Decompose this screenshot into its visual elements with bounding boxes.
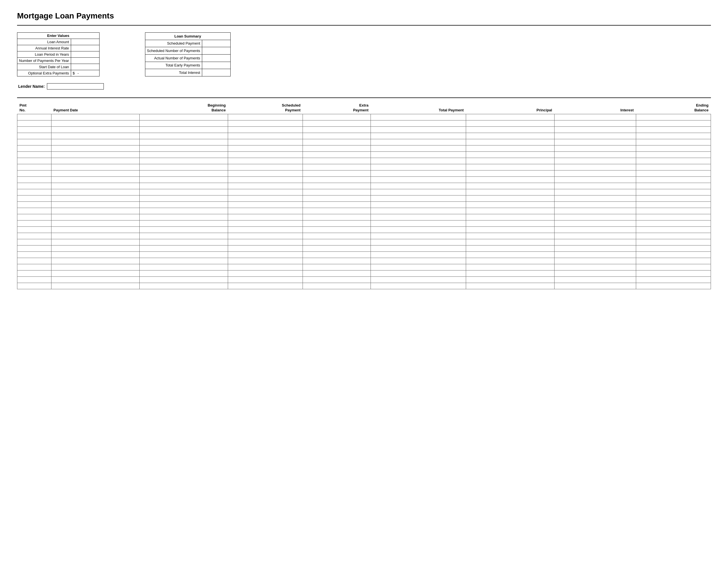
table-cell [51, 277, 140, 283]
table-cell [228, 133, 303, 139]
table-cell [51, 202, 140, 208]
total-early-payments-value[interactable] [202, 62, 230, 69]
table-cell [228, 277, 303, 283]
table-cell [228, 214, 303, 220]
table-row [17, 164, 711, 170]
table-cell [17, 120, 51, 127]
table-cell [51, 145, 140, 152]
amortization-table: PmtNo. Payment Date BeginningBalance Sch… [17, 103, 711, 289]
table-cell [554, 152, 636, 158]
table-row [17, 120, 711, 127]
extra-payments-label: Optional Extra Payments [17, 70, 71, 76]
table-cell [371, 233, 466, 239]
scheduled-payment-value[interactable] [202, 40, 230, 47]
table-row [17, 239, 711, 245]
table-cell [303, 164, 371, 170]
table-cell [140, 220, 228, 227]
lender-name-label: Lender Name: [18, 84, 45, 89]
table-cell [554, 239, 636, 245]
table-cell [303, 183, 371, 189]
table-cell [371, 152, 466, 158]
table-cell [51, 177, 140, 183]
loan-summary-table: Loan Summary Scheduled Payment Scheduled… [145, 32, 231, 76]
table-cell [228, 127, 303, 133]
table-cell [636, 127, 711, 133]
table-cell [466, 145, 555, 152]
num-payments-value[interactable] [71, 58, 99, 64]
table-cell [303, 133, 371, 139]
annual-interest-rate-value[interactable] [71, 45, 99, 51]
extra-payments-cell[interactable]: $ - [71, 70, 99, 76]
table-cell [466, 264, 555, 270]
table-cell [303, 258, 371, 264]
table-cell [554, 189, 636, 195]
table-cell [140, 114, 228, 120]
col-ending-balance: EndingBalance [636, 103, 711, 114]
table-row [17, 245, 711, 252]
table-cell [371, 239, 466, 245]
table-cell [554, 177, 636, 183]
loan-amount-value[interactable] [71, 39, 99, 45]
table-cell [371, 270, 466, 277]
table-cell [51, 133, 140, 139]
table-cell [371, 158, 466, 164]
table-cell [17, 158, 51, 164]
table-row [17, 283, 711, 289]
table-row [17, 227, 711, 233]
table-cell [466, 183, 555, 189]
table-cell [228, 202, 303, 208]
start-date-value[interactable] [71, 64, 99, 70]
loan-amount-label: Loan Amount [17, 39, 71, 45]
extra-payments-value: - [77, 71, 78, 75]
total-interest-value[interactable] [202, 69, 230, 76]
table-cell [466, 239, 555, 245]
col-interest: Interest [554, 103, 636, 114]
table-cell [17, 183, 51, 189]
table-cell [17, 258, 51, 264]
table-cell [636, 158, 711, 164]
top-divider [17, 25, 711, 26]
table-cell [228, 183, 303, 189]
table-cell [140, 145, 228, 152]
table-cell [303, 270, 371, 277]
scheduled-num-payments-value[interactable] [202, 47, 230, 55]
table-cell [371, 145, 466, 152]
table-cell [636, 202, 711, 208]
table-cell [140, 195, 228, 202]
table-cell [140, 202, 228, 208]
table-cell [554, 164, 636, 170]
table-cell [466, 202, 555, 208]
actual-num-payments-label: Actual Number of Payments [145, 54, 202, 62]
table-cell [636, 145, 711, 152]
table-cell [303, 189, 371, 195]
table-cell [636, 189, 711, 195]
table-cell [51, 170, 140, 177]
lender-name-input[interactable] [47, 83, 104, 90]
table-cell [17, 177, 51, 183]
table-cell [466, 277, 555, 283]
table-cell [140, 214, 228, 220]
table-cell [371, 114, 466, 120]
table-cell [636, 183, 711, 189]
table-cell [140, 158, 228, 164]
col-scheduled-payment: ScheduledPayment [228, 103, 303, 114]
table-cell [228, 145, 303, 152]
table-cell [636, 239, 711, 245]
table-cell [636, 252, 711, 258]
table-cell [51, 258, 140, 264]
table-row [17, 264, 711, 270]
table-cell [303, 277, 371, 283]
actual-num-payments-value[interactable] [202, 54, 230, 62]
table-row [17, 133, 711, 139]
table-cell [51, 139, 140, 145]
table-cell [51, 114, 140, 120]
table-cell [636, 220, 711, 227]
loan-period-value[interactable] [71, 51, 99, 58]
table-cell [17, 164, 51, 170]
table-cell [636, 114, 711, 120]
table-cell [228, 227, 303, 233]
table-cell [466, 208, 555, 214]
enter-values-header: Enter Values [17, 33, 100, 39]
table-cell [140, 120, 228, 127]
table-cell [371, 164, 466, 170]
